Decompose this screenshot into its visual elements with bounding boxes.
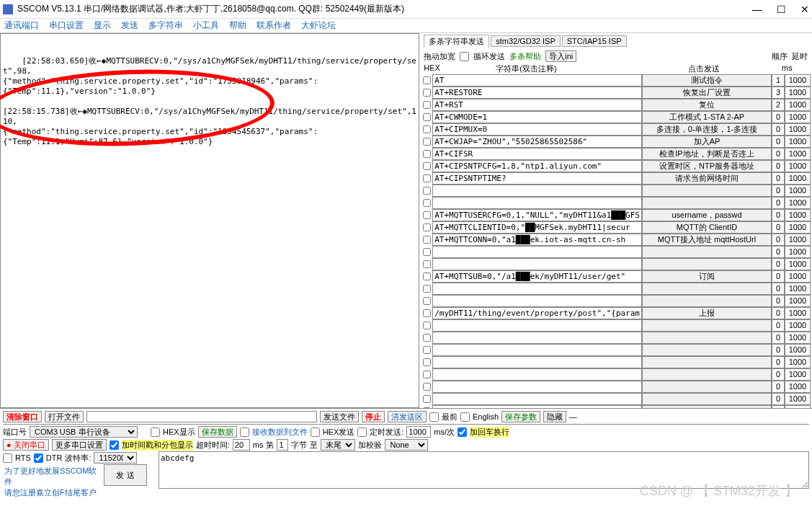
order-input[interactable]: 0: [772, 197, 785, 209]
delay-input[interactable]: 1000: [785, 283, 811, 295]
order-input[interactable]: 0: [772, 344, 785, 356]
hex-row-checkbox[interactable]: [423, 297, 431, 305]
hex-row-checkbox[interactable]: [423, 187, 431, 195]
hex-row-checkbox[interactable]: [423, 150, 431, 158]
cmd-input[interactable]: AT+CIPSNTPTIME?: [432, 172, 642, 185]
rts-checkbox[interactable]: [3, 453, 12, 463]
cmd-input[interactable]: [432, 283, 642, 295]
order-input[interactable]: 0: [772, 185, 785, 197]
maximize-icon[interactable]: ☐: [777, 4, 786, 15]
ext-toggle[interactable]: —: [569, 412, 577, 421]
minimize-icon[interactable]: —: [752, 4, 762, 15]
order-input[interactable]: 1: [772, 74, 785, 87]
cmd-input[interactable]: [432, 246, 642, 258]
hex-show-checkbox[interactable]: [151, 427, 160, 437]
cmd-input[interactable]: [432, 393, 642, 405]
delay-input[interactable]: 1000: [785, 234, 811, 246]
send-row-button[interactable]: [642, 344, 772, 356]
send-button[interactable]: 发 送: [104, 464, 147, 486]
cmd-input[interactable]: AT: [432, 74, 642, 87]
tab-stc[interactable]: STC/IAP15 ISP: [562, 35, 627, 47]
delay-input[interactable]: 1000: [785, 160, 811, 172]
checksum-select[interactable]: None: [385, 439, 428, 451]
send-file-button[interactable]: 发送文件: [320, 411, 359, 422]
send-row-button[interactable]: MQTT接入地址 mqttHostUrl: [642, 234, 772, 246]
baud-select[interactable]: 115200: [94, 452, 137, 464]
close-port-button[interactable]: ● 关闭串口: [3, 439, 49, 451]
timed-send-checkbox[interactable]: [357, 427, 367, 437]
cmd-input[interactable]: AT+MQTTUSERCFG=0,1,"NULL","myDHT11&a1███…: [432, 209, 642, 221]
send-row-button[interactable]: [642, 258, 772, 270]
cmd-input[interactable]: AT+CIPSNTPCFG=1,8,"ntp1.aliyun.com": [432, 160, 642, 172]
order-input[interactable]: 0: [772, 148, 785, 160]
send-row-button[interactable]: [642, 393, 772, 405]
cmd-input[interactable]: AT+MQTTCLIENTID=0,"██MGFSek.myDHT11|secu…: [432, 221, 642, 234]
cmd-input[interactable]: [432, 381, 642, 393]
delay-input[interactable]: 1000: [785, 393, 811, 405]
cmd-input[interactable]: [432, 356, 642, 368]
order-input[interactable]: 0: [772, 246, 785, 258]
order-input[interactable]: 0: [772, 332, 785, 344]
delay-input[interactable]: 1000: [785, 405, 811, 408]
menu-item[interactable]: 多字符串: [148, 19, 183, 32]
more-settings-button[interactable]: 更多串口设置: [52, 439, 107, 451]
delay-input[interactable]: 1000: [785, 123, 811, 136]
delay-input[interactable]: 1000: [785, 136, 811, 148]
delay-input[interactable]: 1000: [785, 307, 811, 319]
order-input[interactable]: 0: [772, 307, 785, 319]
delay-input[interactable]: 1000: [785, 74, 811, 87]
order-input[interactable]: 0: [772, 405, 785, 408]
send-row-button[interactable]: 检查IP地址，判断是否连上: [642, 148, 772, 160]
order-input[interactable]: 0: [772, 295, 785, 307]
hex-row-checkbox[interactable]: [423, 113, 431, 121]
port-select[interactable]: COM3 USB 串行设备: [30, 426, 138, 438]
hide-button[interactable]: 隐藏: [543, 411, 566, 422]
delay-input[interactable]: 1000: [785, 185, 811, 197]
delay-input[interactable]: 1000: [785, 295, 811, 307]
dtr-checkbox[interactable]: [34, 453, 43, 463]
cmd-input[interactable]: [432, 332, 642, 344]
hex-row-checkbox[interactable]: [423, 125, 431, 133]
order-input[interactable]: 0: [772, 234, 785, 246]
menu-item[interactable]: 大虾论坛: [301, 19, 336, 32]
send-row-button[interactable]: [642, 295, 772, 307]
delay-input[interactable]: 1000: [785, 332, 811, 344]
send-row-button[interactable]: 测试指令: [642, 74, 772, 87]
order-input[interactable]: 0: [772, 270, 785, 283]
cmd-input[interactable]: [432, 197, 642, 209]
hex-row-checkbox[interactable]: [423, 236, 431, 244]
topmost-checkbox[interactable]: [429, 412, 439, 422]
open-file-button[interactable]: 打开文件: [45, 411, 84, 422]
delay-input[interactable]: 1000: [785, 344, 811, 356]
timestamp-checkbox[interactable]: [110, 440, 119, 450]
save-params-button[interactable]: 保存参数: [501, 411, 540, 422]
hex-row-checkbox[interactable]: [423, 383, 431, 391]
order-input[interactable]: 0: [772, 111, 785, 123]
hex-send-checkbox[interactable]: [311, 427, 320, 437]
order-input[interactable]: 0: [772, 136, 785, 148]
cmd-input[interactable]: AT+MQTTCONN=0,"a1███ek.iot-as-mqtt.cn-sh: [432, 234, 642, 246]
menu-item[interactable]: 显示: [94, 19, 111, 32]
send-row-button[interactable]: 加入AP: [642, 136, 772, 148]
cmd-input[interactable]: AT+RESTORE: [432, 87, 642, 99]
menu-item[interactable]: 串口设置: [49, 19, 84, 32]
file-path-input[interactable]: [86, 411, 317, 422]
hex-row-checkbox[interactable]: [423, 272, 431, 280]
send-row-button[interactable]: [642, 356, 772, 368]
hex-row-checkbox[interactable]: [423, 101, 431, 109]
hex-row-checkbox[interactable]: [423, 76, 431, 84]
cmd-input[interactable]: [432, 319, 642, 332]
delay-input[interactable]: 1000: [785, 356, 811, 368]
delay-input[interactable]: 1000: [785, 148, 811, 160]
tab-stm32[interactable]: stm32/GD32 ISP: [491, 35, 561, 47]
order-input[interactable]: 0: [772, 123, 785, 136]
menu-item[interactable]: 发送: [121, 19, 138, 32]
cmd-input[interactable]: AT+RST: [432, 99, 642, 111]
order-input[interactable]: 0: [772, 283, 785, 295]
cmd-input[interactable]: [432, 258, 642, 270]
send-row-button[interactable]: 恢复出厂设置: [642, 87, 772, 99]
send-row-button[interactable]: 工作模式 1-STA 2-AP: [642, 111, 772, 123]
send-row-button[interactable]: [642, 368, 772, 381]
tab-multistring[interactable]: 多条字符串发送: [424, 35, 489, 48]
hex-row-checkbox[interactable]: [423, 285, 431, 293]
